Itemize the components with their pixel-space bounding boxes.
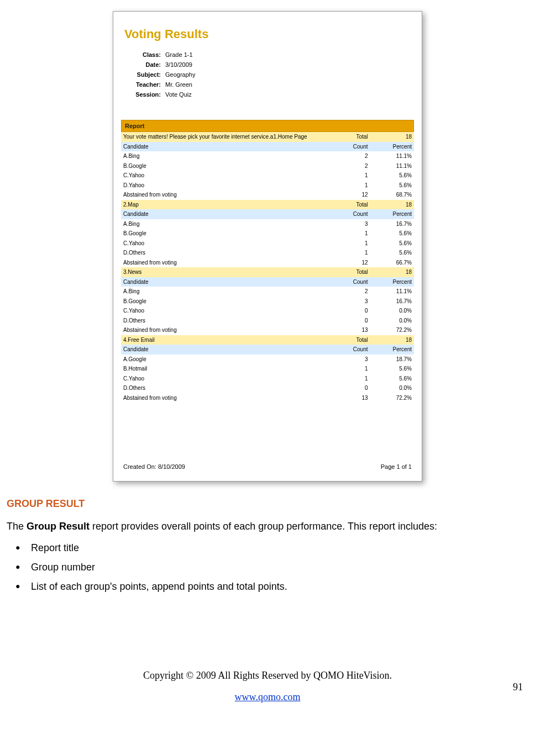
total-value: 18: [370, 132, 415, 142]
section-heading: GROUP RESULT: [7, 498, 528, 510]
candidate-header: Candidate: [121, 277, 326, 287]
question-row: Your vote matters! Please pick your favo…: [121, 132, 326, 142]
percent-cell: 11.1%: [370, 151, 415, 161]
count-cell: 3: [326, 297, 370, 306]
count-cell: 12: [326, 258, 370, 268]
candidate-cell: A.Bing: [121, 219, 326, 229]
meta-class-label: Class:: [129, 51, 165, 58]
total-value: 18: [370, 200, 415, 210]
total-label: Total: [326, 132, 370, 142]
question-row: 2.Map: [121, 200, 326, 210]
candidate-cell: C.Yahoo: [121, 171, 326, 181]
count-cell: 3: [326, 355, 370, 364]
candidate-cell: C.Yahoo: [121, 374, 326, 384]
intro-bold: Group Result: [27, 521, 90, 532]
meta-class-value: Grade 1-1: [165, 51, 408, 58]
meta-date-label: Date:: [129, 61, 165, 68]
count-header: Count: [326, 142, 370, 152]
candidate-cell: D.Others: [121, 248, 326, 258]
candidate-cell: A.Google: [121, 355, 326, 364]
copyright-text: Copyright © 2009 All Rights Reserved by …: [0, 670, 535, 681]
candidate-cell: B.Google: [121, 229, 326, 239]
meta-session-value: Vote Quiz: [165, 91, 408, 98]
percent-cell: 0.0%: [370, 306, 415, 316]
candidate-cell: Abstained from voting: [121, 393, 326, 403]
percent-cell: 5.6%: [370, 374, 415, 384]
percent-cell: 68.7%: [370, 190, 415, 200]
count-cell: 1: [326, 171, 370, 181]
meta-subject-value: Geography: [165, 71, 408, 78]
count-cell: 1: [326, 374, 370, 384]
bullet-list: Report title Group number List of each g…: [7, 542, 528, 593]
count-cell: 0: [326, 316, 370, 326]
page-number: 91: [513, 681, 523, 693]
meta-session-label: Session:: [129, 91, 165, 98]
total-value: 18: [370, 267, 415, 277]
candidate-header: Candidate: [121, 345, 326, 355]
report-footer-left: Created On: 8/10/2009: [123, 463, 185, 470]
total-value: 18: [370, 335, 415, 345]
candidate-cell: D.Yahoo: [121, 181, 326, 191]
count-header: Count: [326, 345, 370, 355]
percent-cell: 5.6%: [370, 248, 415, 258]
candidate-cell: B.Google: [121, 297, 326, 306]
candidate-header: Candidate: [121, 142, 326, 152]
list-item: Group number: [31, 562, 528, 573]
list-item: List of each group's points, append poin…: [31, 581, 528, 593]
count-cell: 13: [326, 325, 370, 335]
count-cell: 1: [326, 364, 370, 374]
count-cell: 12: [326, 190, 370, 200]
meta-block: Class:Grade 1-1 Date:3/10/2009 Subject:G…: [121, 45, 414, 108]
total-label: Total: [326, 267, 370, 277]
count-header: Count: [326, 209, 370, 219]
percent-cell: 72.2%: [370, 393, 415, 403]
candidate-header: Candidate: [121, 209, 326, 219]
count-header: Count: [326, 277, 370, 287]
question-row: 4.Free Email: [121, 335, 326, 345]
candidate-cell: C.Yahoo: [121, 306, 326, 316]
count-cell: 0: [326, 306, 370, 316]
meta-date-value: 3/10/2009: [165, 61, 408, 68]
percent-cell: 5.6%: [370, 364, 415, 374]
intro-paragraph: The Group Result report provides overall…: [7, 521, 528, 532]
count-cell: 0: [326, 383, 370, 393]
percent-header: Percent: [370, 209, 415, 219]
percent-cell: 16.7%: [370, 219, 415, 229]
candidate-cell: A.Bing: [121, 151, 326, 161]
report-footer-right: Page 1 of 1: [381, 463, 412, 470]
percent-cell: 5.6%: [370, 181, 415, 191]
candidate-cell: A.Bing: [121, 287, 326, 297]
percent-header: Percent: [370, 277, 415, 287]
meta-teacher-value: Mr. Green: [165, 81, 408, 88]
total-label: Total: [326, 335, 370, 345]
percent-header: Percent: [370, 345, 415, 355]
report-table: Your vote matters! Please pick your favo…: [121, 132, 414, 403]
percent-cell: 5.6%: [370, 171, 415, 181]
percent-cell: 18.7%: [370, 355, 415, 364]
percent-cell: 66.7%: [370, 258, 415, 268]
candidate-cell: Abstained from voting: [121, 325, 326, 335]
count-cell: 2: [326, 161, 370, 171]
meta-teacher-label: Teacher:: [129, 81, 165, 88]
report-bar: Report: [121, 120, 414, 132]
footer-url[interactable]: www.qomo.com: [235, 691, 301, 703]
count-cell: 1: [326, 239, 370, 249]
percent-cell: 5.6%: [370, 239, 415, 249]
percent-cell: 5.6%: [370, 229, 415, 239]
percent-cell: 0.0%: [370, 316, 415, 326]
total-label: Total: [326, 200, 370, 210]
percent-cell: 72.2%: [370, 325, 415, 335]
candidate-cell: Abstained from voting: [121, 190, 326, 200]
percent-cell: 16.7%: [370, 297, 415, 306]
count-cell: 2: [326, 151, 370, 161]
count-cell: 1: [326, 229, 370, 239]
voting-results-screenshot: Voting Results Class:Grade 1-1 Date:3/10…: [113, 11, 422, 482]
percent-header: Percent: [370, 142, 415, 152]
candidate-cell: Abstained from voting: [121, 258, 326, 268]
question-row: 3.News: [121, 267, 326, 277]
percent-cell: 0.0%: [370, 383, 415, 393]
count-cell: 3: [326, 219, 370, 229]
candidate-cell: D.Others: [121, 316, 326, 326]
count-cell: 2: [326, 287, 370, 297]
count-cell: 1: [326, 248, 370, 258]
